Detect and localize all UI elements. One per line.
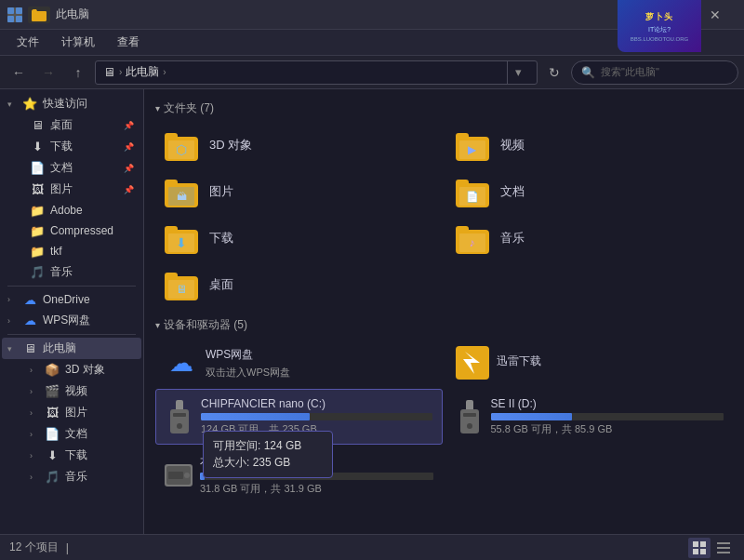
- sidebar-quick-access[interactable]: ▾ ⭐ 快速访问: [2, 93, 141, 114]
- up-button[interactable]: ↑: [65, 60, 91, 86]
- sidebar-3d[interactable]: › 📦 3D 对象: [2, 359, 141, 380]
- onedrive-icon: ☁: [22, 293, 37, 307]
- sidebar-this-pc[interactable]: ▾ 🖥 此电脑: [2, 338, 141, 359]
- refresh-button[interactable]: ↻: [541, 60, 567, 86]
- quick-access-icon: ⭐: [22, 97, 37, 111]
- folder-download[interactable]: ⬇ 下载: [155, 217, 443, 260]
- search-bar[interactable]: 🔍 搜索"此电脑": [571, 60, 738, 85]
- back-button[interactable]: ←: [6, 60, 32, 86]
- wps-drive-label: WPS网盘: [43, 313, 90, 328]
- menu-view[interactable]: 查看: [108, 33, 149, 52]
- address-arrow-1: ›: [119, 67, 122, 77]
- sidebar-item-desktop[interactable]: 🖥 桌面 📌: [2, 114, 141, 136]
- folder-download-icon: ⬇: [165, 222, 202, 254]
- address-path: 此电脑: [126, 64, 159, 80]
- drive-local[interactable]: 本地磁盘 31.8 GB 可用，共 31.9 GB: [155, 448, 443, 501]
- documents-icon: 📄: [30, 161, 45, 175]
- this-pc-label: 此电脑: [43, 340, 76, 356]
- sidebar-item-tkf[interactable]: 📁 tkf: [2, 241, 141, 261]
- expand-arrow: ▾: [7, 100, 17, 109]
- menu-file[interactable]: 文件: [7, 33, 48, 52]
- folder-picture-name: 图片: [209, 183, 233, 200]
- folder-doc[interactable]: 📄 文档: [446, 170, 734, 213]
- wps-cloud-icon: ☁: [22, 313, 37, 327]
- onedrive-expand-arrow: ›: [7, 295, 17, 304]
- sidebar-item-pictures[interactable]: 🖼 图片 📌: [2, 179, 141, 200]
- c-drive-name: CHIPFANCIER nano (C:): [201, 397, 432, 410]
- adobe-folder-icon: 📁: [30, 204, 45, 218]
- usb-c-icon: [166, 400, 193, 433]
- local-drive-info: 本地磁盘 31.8 GB 可用，共 31.9 GB: [200, 454, 433, 496]
- folders-grid: ⬡ 3D 对象 ▶ 视频: [155, 124, 733, 306]
- downloads-icon: ⬇: [30, 140, 45, 153]
- sidebar-3d-label: 3D 对象: [65, 362, 105, 378]
- svg-rect-18: [693, 541, 698, 547]
- address-chevron-button[interactable]: ▾: [507, 60, 529, 85]
- sidebar-item-compressed[interactable]: 📁 Compressed: [2, 220, 141, 241]
- d-drive-name: SE II (D:): [491, 397, 724, 410]
- music-sidebar-icon: 🎵: [30, 265, 45, 279]
- dl-sidebar-icon: ⬇: [45, 448, 60, 462]
- sidebar-item-music[interactable]: 🎵 音乐: [2, 261, 141, 283]
- folder-doc-name: 文档: [500, 183, 525, 200]
- drive-wps[interactable]: ☁ WPS网盘 双击进入WPS网盘: [155, 340, 443, 385]
- music-expand: ›: [30, 473, 39, 482]
- sidebar-onedrive[interactable]: › ☁ OneDrive: [2, 289, 141, 310]
- xunlei-drive-info: 迅雷下载: [497, 353, 724, 372]
- devices-header-label: 设备和驱动器 (5): [164, 317, 247, 333]
- folder-picture[interactable]: 🏔 图片: [155, 170, 443, 213]
- sidebar-music2[interactable]: › 🎵 音乐: [2, 466, 141, 487]
- menu-computer[interactable]: 计算机: [52, 33, 104, 52]
- search-icon: 🔍: [581, 66, 595, 79]
- c-bar-container: [201, 413, 432, 420]
- logo-text-2: IT论坛?: [648, 25, 671, 34]
- address-bar[interactable]: 🖥 › 此电脑 › ▾: [95, 60, 538, 85]
- folder-desktop[interactable]: 🖥 桌面: [155, 263, 443, 306]
- music2-sidebar-icon: 🎵: [45, 470, 60, 484]
- local-drive-bar: [200, 473, 205, 480]
- drive-c[interactable]: CHIPFANCIER nano (C:) 124 GB 可用，共 235 GB…: [155, 389, 443, 445]
- c-drive-bar: [201, 413, 310, 420]
- sidebar-pictures2[interactable]: › 🖼 图片: [2, 402, 141, 423]
- sidebar-item-adobe[interactable]: 📁 Adobe: [2, 200, 141, 220]
- drive-d[interactable]: SE II (D:) 55.8 GB 可用，共 85.9 GB: [446, 389, 734, 445]
- svg-rect-21: [700, 549, 706, 554]
- sidebar-divider-1: [7, 286, 136, 287]
- grid-view-button[interactable]: [688, 538, 711, 558]
- svg-rect-2: [7, 16, 14, 22]
- folder-video-icon: ▶: [456, 129, 493, 161]
- folder-3d[interactable]: ⬡ 3D 对象: [155, 124, 443, 167]
- toolbar: ← → ↑ 🖥 › 此电脑 › ▾ ↻ 🔍 搜索"此电脑": [0, 56, 744, 89]
- sidebar-downloads2[interactable]: › ⬇ 下载: [2, 445, 141, 466]
- d-drive-size: 55.8 GB 可用，共 85.9 GB: [491, 422, 724, 436]
- devices-section-header: ▾ 设备和驱动器 (5): [155, 317, 733, 333]
- pin-icon: 📌: [124, 121, 134, 130]
- logo-text-1: 萝卜头: [645, 11, 673, 23]
- forward-button[interactable]: →: [35, 60, 61, 86]
- sidebar-item-downloads[interactable]: ⬇ 下载 📌: [2, 136, 141, 157]
- list-view-button[interactable]: [712, 538, 735, 558]
- sidebar-item-documents[interactable]: 📄 文档 📌: [2, 157, 141, 179]
- svg-rect-7: [170, 409, 189, 433]
- docs-sidebar-icon: 📄: [45, 427, 60, 441]
- folder-picture-icon: 🏔: [165, 176, 202, 207]
- svg-rect-0: [7, 7, 14, 14]
- folder-video[interactable]: ▶ 视频: [446, 124, 734, 167]
- sidebar-wps-drive[interactable]: › ☁ WPS网盘: [2, 310, 141, 331]
- sidebar-music-label: 音乐: [50, 264, 73, 280]
- logo-text-3: BBS.LUOBOTOU.ORG: [631, 36, 689, 42]
- wps-drive-subtitle: 双击进入WPS网盘: [206, 366, 433, 380]
- 3d-expand: ›: [30, 366, 39, 375]
- pin-icon-2: 📌: [124, 142, 134, 152]
- sidebar-documents2[interactable]: › 📄 文档: [2, 423, 141, 445]
- sidebar-downloads-label: 下载: [50, 139, 73, 154]
- svg-rect-23: [717, 547, 730, 549]
- search-placeholder: 搜索"此电脑": [601, 65, 659, 79]
- folders-arrow: ▾: [155, 103, 160, 113]
- drive-xunlei[interactable]: 迅雷下载: [446, 340, 734, 385]
- d-bar-container: [491, 413, 724, 420]
- folders-header-label: 文件夹 (7): [164, 100, 214, 116]
- folder-music[interactable]: ♪ 音乐: [446, 217, 734, 260]
- 3d-icon: 📦: [45, 363, 60, 377]
- sidebar-videos[interactable]: › 🎬 视频: [2, 380, 141, 402]
